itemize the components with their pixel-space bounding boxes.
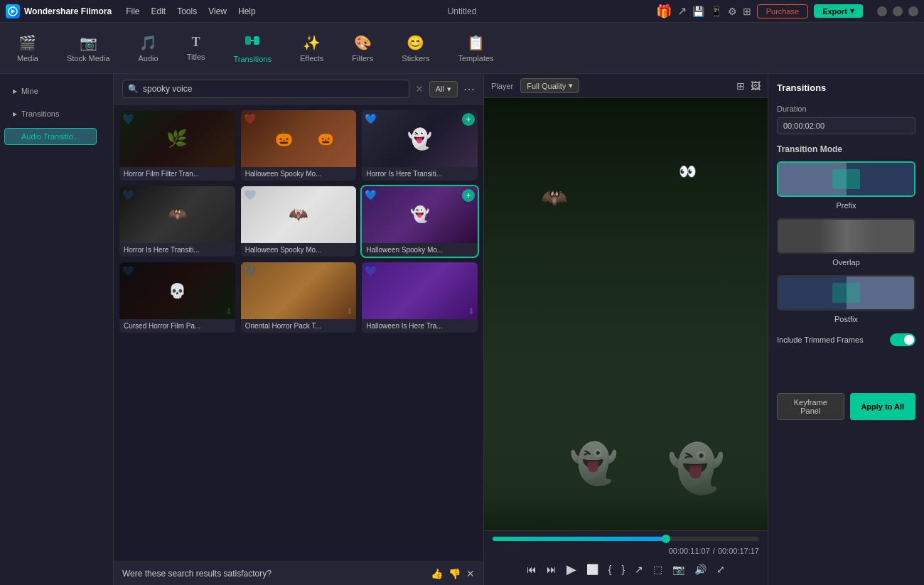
transition-item-9[interactable]: 💙 ⬇ Halloween Is Here Tra... bbox=[362, 262, 478, 333]
transition-item-8[interactable]: 💙 ⬇ Oriental Horror Pack T... bbox=[241, 262, 357, 333]
toolbar-transitions[interactable]: Transitions bbox=[228, 30, 277, 66]
stop-button[interactable]: ⬜ bbox=[584, 562, 601, 577]
snapshot-button[interactable]: ↗ bbox=[633, 562, 645, 577]
menu-help[interactable]: Help bbox=[238, 6, 256, 16]
svg-rect-1 bbox=[245, 36, 251, 45]
menu-file[interactable]: File bbox=[126, 6, 139, 16]
player-controls: 00:00:11:07 / 00:00:17:17 ⏮ ⏭ ▶ ⬜ { } ↗ … bbox=[484, 530, 768, 585]
menu-edit[interactable]: Edit bbox=[151, 6, 166, 16]
purchase-button[interactable]: Purchase bbox=[757, 4, 808, 18]
filters-label: Filters bbox=[352, 54, 373, 63]
toolbar-audio[interactable]: 🎵 Audio bbox=[133, 31, 164, 65]
filter-dropdown[interactable]: All ▾ bbox=[429, 81, 458, 97]
player-label: Player bbox=[491, 82, 513, 90]
mode-postfix-label: Postfix bbox=[834, 315, 858, 323]
toolbar-effects[interactable]: ✨ Effects bbox=[294, 31, 329, 65]
mark-in-button[interactable]: { bbox=[606, 562, 614, 577]
search-clear-icon[interactable]: ✕ bbox=[415, 83, 424, 95]
transition-label-6: Halloween Spooky Mo... bbox=[362, 243, 478, 257]
document-title: Untitled bbox=[448, 6, 477, 16]
transition-item-6[interactable]: 💙 + 👻 Halloween Spooky Mo... bbox=[362, 186, 478, 257]
keyframe-panel-button[interactable]: Keyframe Panel bbox=[777, 393, 844, 420]
progress-fill bbox=[493, 537, 666, 541]
maximize-button[interactable]: □ bbox=[893, 6, 903, 16]
menu-view[interactable]: View bbox=[208, 6, 227, 16]
transitions-settings-title: Transitions bbox=[777, 82, 915, 93]
mode-prefix[interactable]: Prefix bbox=[777, 161, 915, 210]
mark-out-button[interactable]: } bbox=[620, 562, 628, 577]
close-button[interactable]: ✕ bbox=[908, 6, 918, 16]
thumbs-down-button[interactable]: 👎 bbox=[448, 568, 461, 579]
thumbs-up-button[interactable]: 👍 bbox=[431, 568, 443, 579]
skip-back-button[interactable]: ⏮ bbox=[525, 562, 539, 577]
apps-icon[interactable]: ⊞ bbox=[743, 6, 751, 17]
split-button[interactable]: ⬚ bbox=[651, 562, 665, 577]
quality-dropdown[interactable]: Full Quality ▾ bbox=[520, 78, 579, 93]
time-total: 00:00:17:17 bbox=[718, 547, 759, 555]
audio-transition-button[interactable]: Audio Transitio... bbox=[4, 128, 97, 145]
progress-thumb[interactable] bbox=[662, 535, 670, 543]
camera-button[interactable]: 📷 bbox=[670, 562, 687, 577]
mobile-icon[interactable]: 📱 bbox=[710, 6, 722, 17]
transition-item-4[interactable]: 💙 🦇 Horror Is Here Transiti... bbox=[119, 186, 235, 257]
transition-thumb-3: 💙 + 👻 bbox=[362, 110, 478, 167]
transition-thumb-9: 💙 ⬇ bbox=[362, 262, 478, 319]
mode-postfix[interactable]: Postfix bbox=[777, 275, 915, 323]
audio-icon: 🎵 bbox=[139, 34, 157, 51]
toolbar-filters[interactable]: 🎨 Filters bbox=[346, 31, 379, 65]
quality-label: Full Quality bbox=[527, 82, 566, 90]
play-button[interactable]: ▶ bbox=[564, 559, 579, 579]
toolbar-titles[interactable]: T Titles bbox=[181, 32, 211, 64]
transition-item-3[interactable]: 💙 + 👻 Horror Is Here Transiti... bbox=[362, 110, 478, 181]
filter-label: All bbox=[436, 85, 444, 93]
include-trimmed-toggle[interactable] bbox=[890, 333, 915, 346]
transition-item-1[interactable]: 💙 🌿 Horror Film Filter Tran... bbox=[119, 110, 235, 181]
effects-icon: ✨ bbox=[303, 34, 321, 51]
video-background: 🦇 👀 👻 👻 bbox=[484, 98, 768, 530]
transition-item-7[interactable]: 💙 ⬇ 💀 Cursed Horror Film Pa... bbox=[119, 262, 235, 333]
step-back-button[interactable]: ⏭ bbox=[544, 562, 559, 577]
toolbar-media[interactable]: 🎬 Media bbox=[11, 31, 44, 65]
add-icon-3[interactable]: + bbox=[462, 113, 475, 126]
volume-button[interactable]: 🔊 bbox=[692, 562, 709, 577]
mode-postfix-thumb bbox=[777, 275, 915, 311]
transition-label-2: Halloween Spooky Mo... bbox=[241, 167, 357, 181]
gift-icon[interactable]: 🎁 bbox=[656, 4, 672, 19]
transition-thumb-8: 💙 ⬇ bbox=[241, 262, 357, 319]
transitions-header[interactable]: ▶ Transitions bbox=[9, 107, 104, 121]
settings-icon[interactable]: ⚙ bbox=[728, 6, 737, 17]
window-controls: ─ □ ✕ bbox=[877, 6, 918, 16]
media-icon: 🎬 bbox=[18, 34, 36, 51]
app-name: Wondershare Filmora bbox=[24, 6, 112, 16]
export-button[interactable]: Export ▾ bbox=[814, 4, 863, 18]
apply-all-button[interactable]: Apply to All bbox=[850, 393, 916, 420]
more-options-icon[interactable]: ⋯ bbox=[463, 82, 475, 96]
fullscreen-icon[interactable]: 🖼 bbox=[751, 80, 761, 92]
stock-media-icon: 📷 bbox=[80, 34, 97, 51]
search-input[interactable] bbox=[122, 80, 409, 98]
toolbar-templates[interactable]: 📋 Templates bbox=[452, 31, 499, 65]
grid-view-icon[interactable]: ⊞ bbox=[736, 80, 745, 92]
add-icon-6[interactable]: + bbox=[462, 189, 475, 202]
fullscreen-ctrl-button[interactable]: ⤢ bbox=[714, 562, 727, 577]
transitions-section: ▶ Transitions bbox=[0, 102, 113, 125]
share-icon[interactable]: ↗ bbox=[677, 4, 687, 18]
minimize-button[interactable]: ─ bbox=[877, 6, 887, 16]
save-cloud-icon[interactable]: 💾 bbox=[692, 6, 704, 17]
transition-thumb-5: 💙 🦇 bbox=[241, 186, 357, 243]
transition-item-5[interactable]: 💙 🦇 Halloween Spooky Mo... bbox=[241, 186, 357, 257]
search-bar: 🔍 ✕ All ▾ ⋯ bbox=[114, 74, 483, 104]
duration-input[interactable]: 00:00:02:00 bbox=[777, 117, 915, 134]
main-area: ▶ Mine ▶ Transitions Audio Transitio... … bbox=[0, 74, 924, 585]
toolbar-stock-media[interactable]: 📷 Stock Media bbox=[61, 31, 116, 65]
progress-bar[interactable] bbox=[493, 537, 759, 541]
feedback-close-icon[interactable]: ✕ bbox=[466, 568, 475, 579]
mode-overlap[interactable]: Overlap bbox=[777, 218, 915, 267]
heart-icon-3: 💙 bbox=[365, 113, 377, 124]
menu-tools[interactable]: Tools bbox=[177, 6, 197, 16]
mine-header[interactable]: ▶ Mine bbox=[9, 84, 104, 98]
stickers-label: Stickers bbox=[402, 54, 429, 63]
toolbar-stickers[interactable]: 😊 Stickers bbox=[396, 31, 435, 65]
svg-rect-2 bbox=[254, 36, 259, 45]
transition-item-2[interactable]: ❤️ 🎃 🎃 Halloween Spooky Mo... bbox=[241, 110, 357, 181]
